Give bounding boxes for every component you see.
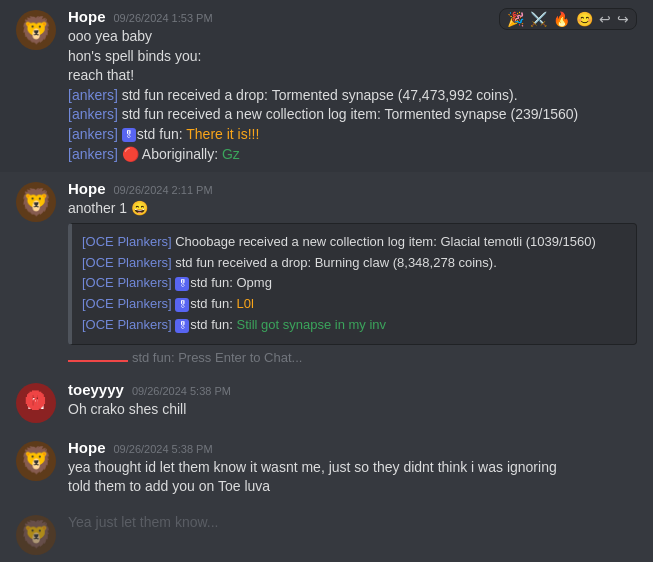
log-prefix-4: [OCE Plankers] [82,296,172,311]
timestamp-1: 09/26/2024 1:53 PM [114,12,213,24]
message-header-2: Hope 09/26/2024 2:11 PM [68,180,637,197]
message-text-5: Yea just let them know... [68,513,637,533]
username-4: Hope [68,439,106,456]
reaction-fire[interactable]: 🔥 [552,11,571,27]
message-content-2: Hope 09/26/2024 2:11 PM another 1 😄 [OCE… [68,180,637,365]
timestamp-4: 09/26/2024 5:38 PM [114,443,213,455]
username-2: Hope [68,180,106,197]
log-prefix-5: [OCE Plankers] [82,317,172,332]
reaction-sword[interactable]: ⚔️ [529,11,548,27]
log-line-1: [OCE Plankers] Choobage received a new c… [82,232,626,253]
message-content-1: Hope 09/26/2024 1:53 PM ooo yea baby hon… [68,8,637,164]
prefix-3: [ankers] [68,126,118,142]
avatar-hope-4 [16,515,56,555]
chat-hint-area: std fun: Press Enter to Chat... [68,349,637,365]
reaction-reply[interactable]: ↩ [598,11,612,27]
avatar-toe-1: m [16,383,56,423]
username-3: toeyyyy [68,381,124,398]
server-icon-1: 🎖 [122,128,136,142]
log-highlight-4: L0l [236,296,253,311]
username-1: Hope [68,8,106,25]
message-group-2: Hope 09/26/2024 2:11 PM another 1 😄 [OCE… [0,172,653,373]
message-text-1: ooo yea baby hon's spell binds you: reac… [68,27,637,164]
message-group-4: Hope 09/26/2024 5:38 PM yea thought id l… [0,431,653,505]
server-icon-2: 🎖 [175,277,189,291]
message-text-3: Oh crako shes chill [68,400,637,420]
log-prefix-1: [OCE Plankers] [82,234,172,249]
highlight-gz: Gz [222,146,240,162]
prefix-1: [ankers] [68,87,118,103]
reaction-party[interactable]: 🎉 [506,11,525,27]
log-line-5: [OCE Plankers] 🎖std fun: Still got synap… [82,315,626,336]
log-prefix-3: [OCE Plankers] [82,275,172,290]
message-group-5: Yea just let them know... [0,505,653,562]
reaction-forward[interactable]: ↪ [616,11,630,27]
prefix-4: [ankers] [68,146,118,162]
message-content-4: Hope 09/26/2024 5:38 PM yea thought id l… [68,439,637,497]
prefix-2: [ankers] [68,106,118,122]
reaction-smile[interactable]: 😊 [575,11,594,27]
message-header-3: toeyyyy 09/26/2024 5:38 PM [68,381,637,398]
message-group-3: m toeyyyy 09/26/2024 5:38 PM Oh crako sh… [0,373,653,431]
server-icon-3: 🎖 [175,298,189,312]
reaction-bar-1: 🎉 ⚔️ 🔥 😊 ↩ ↪ [499,8,637,30]
avatar-hope-1 [16,10,56,50]
avatar-hope-3 [16,441,56,481]
message-group-1: Hope 09/26/2024 1:53 PM ooo yea baby hon… [0,0,653,172]
avatar-hope-2 [16,182,56,222]
game-log-box-1: [OCE Plankers] Choobage received a new c… [68,223,637,345]
log-highlight-5: Still got synapse in my inv [236,317,386,332]
message-text-2: another 1 😄 [68,199,637,219]
red-underline [68,360,128,362]
message-text-4: yea thought id let them know it wasnt me… [68,458,637,497]
message-content-5: Yea just let them know... [68,513,637,555]
server-icon-4: 🎖 [175,319,189,333]
highlight-text-1: There it is!!! [186,126,259,142]
message-content-3: toeyyyy 09/26/2024 5:38 PM Oh crako shes… [68,381,637,423]
message-header-4: Hope 09/26/2024 5:38 PM [68,439,637,456]
log-line-2: [OCE Plankers] std fun received a drop: … [82,253,626,274]
log-line-4: [OCE Plankers] 🎖std fun: L0l [82,294,626,315]
log-prefix-2: [OCE Plankers] [82,255,172,270]
log-line-3: [OCE Plankers] 🎖std fun: Opmg [82,273,626,294]
timestamp-2: 09/26/2024 2:11 PM [114,184,213,196]
timestamp-3: 09/26/2024 5:38 PM [132,385,231,397]
chat-hint-text: std fun: Press Enter to Chat... [132,350,303,365]
